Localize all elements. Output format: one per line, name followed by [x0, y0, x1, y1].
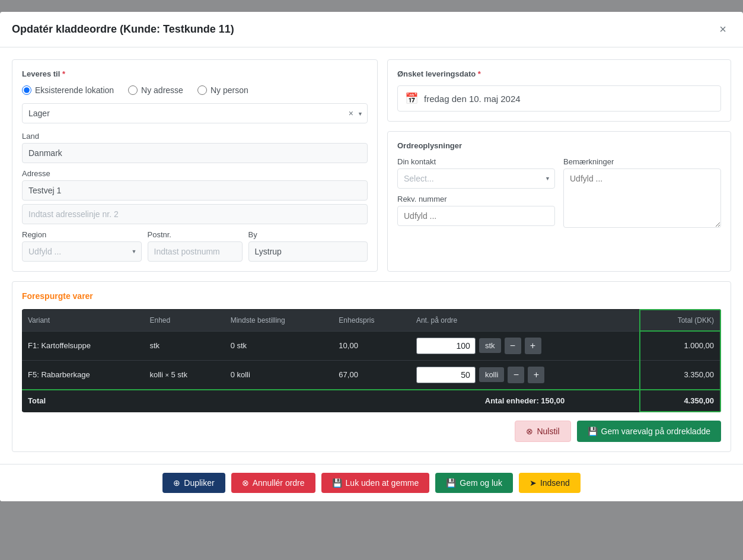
- region-group: Region Udfyld ... ▼: [22, 230, 142, 262]
- row2-enhedspris: 67,00: [333, 360, 410, 390]
- close-button[interactable]: ×: [715, 20, 731, 39]
- order-info-box: Ordreoplysninger Din kontakt Select... ▼: [387, 131, 731, 272]
- land-label: Land: [22, 132, 368, 141]
- radio-new-address[interactable]: [128, 85, 138, 95]
- send-button[interactable]: ➤ Indsend: [519, 473, 581, 493]
- send-icon: ➤: [530, 478, 537, 488]
- col-enhed: Enhed: [144, 310, 224, 331]
- duplicate-button[interactable]: ⊕ Dupliker: [162, 473, 225, 493]
- row1-qty-cell: stk − +: [410, 331, 640, 360]
- close-nosave-icon: 💾: [332, 478, 342, 488]
- reset-button[interactable]: ⊗ Nulstil: [515, 421, 570, 442]
- delivery-date-box: Ønsket leveringsdato * 📅 fredag den 10. …: [387, 59, 731, 122]
- row1-plus-btn[interactable]: +: [525, 338, 541, 354]
- contact-select-wrapper: Select... ▼: [397, 168, 555, 189]
- close-nosave-button[interactable]: 💾 Luk uden at gemme: [321, 473, 430, 493]
- address-label: Adresse: [22, 169, 368, 178]
- row2-enhed: kolli × 5 stk: [144, 360, 224, 390]
- right-panel: Ønsket leveringsdato * 📅 fredag den 10. …: [387, 59, 731, 272]
- rekv-input[interactable]: [397, 206, 555, 226]
- postnr-input[interactable]: [148, 241, 243, 262]
- calendar-icon: 📅: [405, 92, 418, 105]
- location-select-wrapper: Lager ×: [22, 103, 368, 123]
- address-input[interactable]: [22, 180, 368, 201]
- region-label: Region: [22, 230, 142, 239]
- row1-variant: F1: Kartoffelsuppe: [22, 331, 144, 360]
- location-clear-btn[interactable]: ×: [349, 109, 353, 118]
- by-label: By: [248, 230, 368, 239]
- rekv-group: Rekv. nummer: [397, 195, 555, 226]
- row1-qty-controls: stk − +: [416, 338, 633, 354]
- desired-date-label: Ønsket leveringsdato *: [397, 69, 721, 78]
- land-input[interactable]: [22, 143, 368, 163]
- row1-total: 1.000,00: [640, 331, 720, 360]
- col-mindste: Mindste bestilling: [225, 310, 333, 331]
- notes-group: Bemærkninger: [563, 157, 721, 230]
- radio-new-person[interactable]: [197, 85, 207, 95]
- reset-icon: ⊗: [526, 427, 533, 436]
- items-title: Forespurgte varer: [22, 291, 721, 301]
- contact-group: Din kontakt Select... ▼ Rekv. nummer: [397, 157, 555, 230]
- notes-textarea[interactable]: [563, 168, 721, 228]
- notes-label: Bemærkninger: [563, 157, 721, 166]
- total-label: Total: [22, 390, 144, 412]
- modal-title: Opdatér kladdeordre (Kunde: Testkunde 11…: [12, 23, 234, 36]
- date-input-wrapper[interactable]: 📅 fredag den 10. maj 2024: [397, 85, 721, 112]
- row2-qty-controls: kolli − +: [416, 367, 633, 383]
- row2-mindste: 0 kolli: [225, 360, 333, 390]
- option-existing[interactable]: Eksisterende lokation: [22, 85, 114, 95]
- order-info-top-row: Din kontakt Select... ▼ Rekv. nummer: [397, 157, 721, 230]
- region-select[interactable]: Udfyld ...: [22, 241, 142, 262]
- postnr-label: Postnr.: [148, 230, 243, 239]
- address-group: Adresse: [22, 169, 368, 224]
- antal-enheder: Antal enheder: 150,00: [410, 390, 640, 412]
- contact-select[interactable]: Select...: [397, 168, 555, 189]
- total-row: Total Antal enheder: 150,00 4.350,00: [22, 390, 720, 412]
- col-ant: Ant. på ordre: [410, 310, 640, 331]
- table-row: F1: Kartoffelsuppe stk 0 stk 10,00 stk −…: [22, 331, 720, 360]
- row2-qty-input[interactable]: [416, 367, 476, 383]
- by-input[interactable]: [248, 241, 368, 262]
- duplicate-icon: ⊕: [173, 478, 180, 488]
- save-items-button[interactable]: 💾 Gem varevalg på ordrekladde: [577, 421, 721, 442]
- row1-mindste: 0 stk: [225, 331, 333, 360]
- top-section: Leveres til * Eksisterende lokation Ny a…: [12, 59, 731, 272]
- row1-qty-input[interactable]: [416, 338, 476, 354]
- modal-container: Opdatér kladdeordre (Kunde: Testkunde 11…: [0, 12, 743, 501]
- row1-enhed: stk: [144, 331, 224, 360]
- address-bottom-row: Region Udfyld ... ▼ Postnr.: [22, 230, 368, 262]
- delivery-options: Eksisterende lokation Ny adresse Ny pers…: [22, 85, 368, 95]
- total-empty1: [144, 390, 224, 412]
- row2-qty-cell: kolli − +: [410, 360, 640, 390]
- date-value: fredag den 10. maj 2024: [424, 94, 521, 104]
- row1-minus-btn[interactable]: −: [505, 338, 521, 354]
- option-new-address[interactable]: Ny adresse: [128, 85, 183, 95]
- option-new-person[interactable]: Ny person: [197, 85, 248, 95]
- total-empty3: [333, 390, 410, 412]
- by-group: By: [248, 230, 368, 262]
- postnr-group: Postnr.: [148, 230, 243, 262]
- total-empty2: [225, 390, 333, 412]
- modal-body: Leveres til * Eksisterende lokation Ny a…: [0, 47, 743, 464]
- save-close-button[interactable]: 💾 Gem og luk: [435, 473, 513, 493]
- row2-minus-btn[interactable]: −: [508, 367, 524, 383]
- cancel-order-icon: ⊗: [242, 478, 249, 488]
- col-total: Total (DKK): [640, 310, 720, 331]
- address2-input[interactable]: [22, 204, 368, 224]
- rekv-label: Rekv. nummer: [397, 195, 555, 203]
- radio-existing[interactable]: [22, 85, 31, 95]
- save-close-icon: 💾: [446, 478, 456, 488]
- row2-unit-badge: kolli: [479, 367, 504, 382]
- row2-plus-btn[interactable]: +: [528, 367, 544, 383]
- order-info-label: Ordreoplysninger: [397, 141, 721, 150]
- region-select-wrapper: Udfyld ... ▼: [22, 241, 142, 262]
- delivery-panel: Leveres til * Eksisterende lokation Ny a…: [12, 59, 378, 272]
- table-row: F5: Rabarberkage kolli × 5 stk 0 kolli 6…: [22, 360, 720, 390]
- modal-footer: ⊕ Dupliker ⊗ Annullér ordre 💾 Luk uden a…: [0, 464, 743, 501]
- row2-total: 3.350,00: [640, 360, 720, 390]
- cancel-order-button[interactable]: ⊗ Annullér ordre: [231, 473, 315, 493]
- location-select[interactable]: Lager: [22, 103, 368, 123]
- col-variant: Variant: [22, 310, 144, 331]
- items-action-row: ⊗ Nulstil 💾 Gem varevalg på ordrekladde: [22, 421, 721, 442]
- row1-enhedspris: 10,00: [333, 331, 410, 360]
